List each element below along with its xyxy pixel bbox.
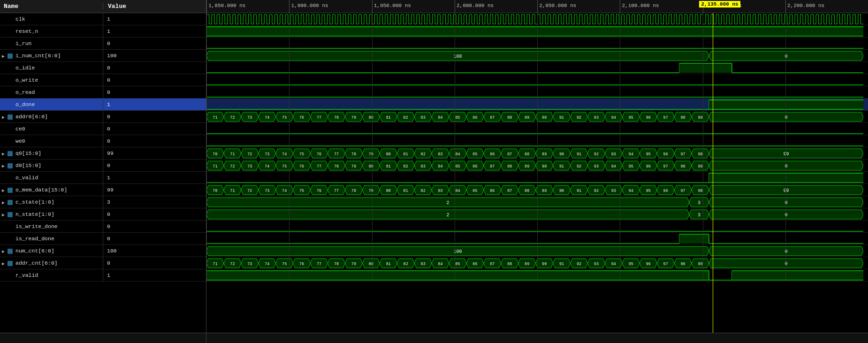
signal-row-num_cnt[interactable]: ▶num_cnt[6:0]100 — [0, 245, 206, 257]
waveform-row-o_idle[interactable] — [206, 62, 868, 74]
waveform-row-reset_n[interactable] — [206, 25, 868, 38]
expand-arrow-q0[interactable]: ▶ — [2, 151, 7, 156]
waveform-area[interactable]: 1000717273747576777879808182838485868788… — [206, 13, 868, 333]
bus-icon — [8, 188, 14, 192]
svg-text:96: 96 — [663, 152, 668, 157]
svg-text:85: 85 — [472, 189, 477, 193]
signal-row-o_write[interactable]: o_write0 — [0, 74, 206, 86]
svg-text:94: 94 — [629, 189, 633, 193]
svg-text:82: 82 — [404, 164, 408, 169]
signal-row-reset_n[interactable]: reset_n1 — [0, 25, 206, 38]
signal-row-o_valid[interactable]: o_valid1 — [0, 172, 206, 184]
signal-row-i_run[interactable]: i_run0 — [0, 38, 206, 50]
svg-text:98: 98 — [681, 262, 685, 267]
svg-text:89: 89 — [525, 115, 529, 120]
signal-value-i_run: 0 — [103, 40, 206, 46]
expand-arrow-d0[interactable]: ▶ — [2, 163, 7, 168]
svg-text:88: 88 — [507, 262, 512, 267]
signal-row-o_idle[interactable]: o_idle0 — [0, 62, 206, 74]
waveform-row-o_valid[interactable] — [206, 172, 868, 184]
timeline-label: 1,850.000 ns — [208, 3, 245, 8]
timeline-tick — [206, 0, 207, 13]
svg-text:87: 87 — [507, 189, 512, 193]
waveform-row-we0[interactable] — [206, 135, 868, 147]
svg-text:84: 84 — [455, 189, 460, 193]
column-headers: Name Value — [0, 0, 206, 13]
svg-text:91: 91 — [577, 152, 581, 157]
timeline-tick — [372, 0, 373, 13]
waveform-row-i_num_cnt[interactable]: 1000 — [206, 50, 868, 62]
svg-text:82: 82 — [421, 152, 426, 157]
signal-row-clk[interactable]: clk1 — [0, 13, 206, 25]
waveform-row-d0[interactable]: 7172737475767778798081828384858687888990… — [206, 160, 868, 172]
svg-text:86: 86 — [490, 152, 495, 157]
signal-row-o_read[interactable]: o_read0 — [0, 86, 206, 99]
signal-label-o_read: o_read — [15, 89, 35, 95]
signal-row-is_read_done[interactable]: is_read_done0 — [0, 233, 206, 245]
svg-text:94: 94 — [629, 152, 633, 157]
svg-text:90: 90 — [542, 115, 547, 120]
waveform-row-o_write[interactable] — [206, 74, 868, 86]
svg-text:88: 88 — [507, 164, 512, 169]
signal-row-c_state[interactable]: ▶c_state[1:0]3 — [0, 196, 206, 208]
expand-arrow-c_state[interactable]: ▶ — [2, 200, 7, 205]
signal-row-is_write_done[interactable]: is_write_done0 — [0, 221, 206, 233]
waveform-row-is_read_done[interactable] — [206, 233, 868, 245]
svg-text:93: 93 — [594, 115, 599, 120]
signal-row-n_state[interactable]: ▶n_state[1:0]0 — [0, 208, 206, 221]
bit-icon — [8, 78, 14, 83]
signal-name-c_state: ▶c_state[1:0] — [0, 196, 103, 208]
svg-text:90: 90 — [559, 152, 564, 157]
svg-text:75: 75 — [282, 164, 287, 169]
waveform-row-o_mem_data[interactable]: 7071727374757677787980818283848586878889… — [206, 184, 868, 196]
waveform-row-addr_cnt[interactable]: 7172737475767778798081828384858687888990… — [206, 257, 868, 269]
waveform-row-is_write_done[interactable] — [206, 221, 868, 233]
svg-text:77: 77 — [334, 189, 339, 193]
waveform-row-n_state[interactable]: 230 — [206, 208, 868, 221]
svg-text:72: 72 — [247, 152, 252, 157]
expand-arrow-addr0[interactable]: ▶ — [2, 114, 7, 119]
waveform-row-i_run[interactable] — [206, 38, 868, 50]
signal-row-o_mem_data[interactable]: ▶o_mem_data[15:0]99 — [0, 184, 206, 196]
signal-row-d0[interactable]: ▶d0[15:0]0 — [0, 160, 206, 172]
svg-text:77: 77 — [334, 152, 339, 157]
signal-name-r_valid: r_valid — [0, 269, 103, 281]
expand-arrow-addr_cnt[interactable]: ▶ — [2, 261, 7, 266]
svg-text:0: 0 — [784, 261, 787, 267]
svg-text:92: 92 — [577, 115, 581, 120]
svg-text:71: 71 — [213, 262, 217, 267]
svg-text:81: 81 — [386, 262, 391, 267]
expand-arrow-i_num_cnt[interactable]: ▶ — [2, 53, 7, 58]
waveform-row-c_state[interactable]: 230 — [206, 196, 868, 208]
svg-text:95: 95 — [646, 189, 651, 193]
signal-row-we0[interactable]: we00 — [0, 135, 206, 147]
bit-icon — [8, 273, 14, 278]
signal-row-addr_cnt[interactable]: ▶addr_cnt[6:0]0 — [0, 257, 206, 269]
waveform-row-num_cnt[interactable]: 1000 — [206, 245, 868, 257]
waveform-row-o_done[interactable] — [206, 99, 868, 111]
waveform-row-clk[interactable] — [206, 13, 868, 25]
svg-text:73: 73 — [247, 115, 252, 120]
svg-text:98: 98 — [681, 164, 685, 169]
svg-text:85: 85 — [472, 152, 477, 157]
waveform-row-r_valid[interactable] — [206, 269, 868, 282]
signal-row-addr0[interactable]: ▶addr0[6:0]0 — [0, 111, 206, 123]
signal-row-i_num_cnt[interactable]: ▶i_num_cnt[6:0]100 — [0, 50, 206, 62]
svg-text:78: 78 — [351, 189, 356, 193]
signal-row-q0[interactable]: ▶q0[15:0]99 — [0, 147, 206, 160]
expand-arrow-num_cnt[interactable]: ▶ — [2, 249, 7, 253]
signal-row-ce0[interactable]: ce00 — [0, 123, 206, 135]
waveform-row-ce0[interactable] — [206, 123, 868, 135]
expand-arrow-o_mem_data[interactable]: ▶ — [2, 188, 7, 192]
signal-row-o_done[interactable]: o_done1 — [0, 99, 206, 111]
svg-text:98: 98 — [681, 115, 685, 120]
svg-text:93: 93 — [611, 152, 616, 157]
expand-arrow-n_state[interactable]: ▶ — [2, 212, 7, 217]
svg-text:87: 87 — [490, 115, 495, 120]
svg-text:79: 79 — [351, 262, 356, 267]
waveform-row-o_read[interactable] — [206, 86, 868, 99]
waveform-row-addr0[interactable]: 7172737475767778798081828384858687888990… — [206, 111, 868, 123]
svg-text:100: 100 — [453, 249, 462, 254]
waveform-row-q0[interactable]: 7071727374757677787980818283848586878889… — [206, 147, 868, 160]
signal-row-r_valid[interactable]: r_valid1 — [0, 269, 206, 282]
